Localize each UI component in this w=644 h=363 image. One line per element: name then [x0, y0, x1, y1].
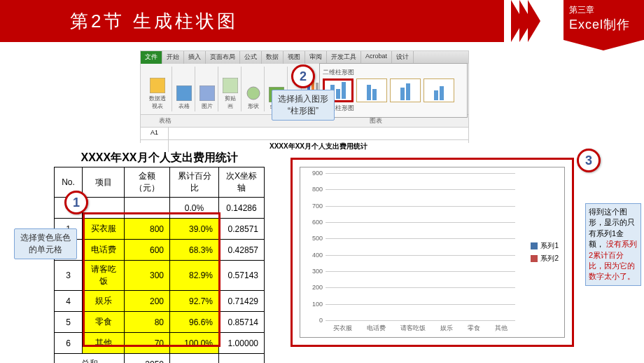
ribbon-tab[interactable]: 开始: [162, 51, 184, 64]
gallery-item[interactable]: [424, 78, 454, 102]
chart-plot-area: [326, 173, 515, 320]
table-row: 1买衣服80039.0%0.28571: [55, 219, 265, 240]
chart-x-axis: 买衣服电话费请客吃饭娱乐零食其他: [326, 324, 515, 333]
formula-bar-row: A1: [141, 127, 468, 139]
svg-rect-0: [150, 78, 165, 93]
ribbon-tab[interactable]: Acrobat: [361, 51, 392, 64]
clipart-icon[interactable]: [223, 78, 238, 93]
chapter-title: Excel制作: [569, 16, 638, 33]
pivot-icon[interactable]: [150, 78, 165, 93]
ribbon-group: 数据透视表: [144, 67, 172, 111]
chart-y-axis: 0100200300400500600700800900: [306, 173, 324, 320]
table-row: 5零食8096.6%0.85714: [55, 312, 265, 333]
slide-header: 第2节 生成柱状图: [0, 0, 504, 42]
gallery-item[interactable]: [356, 78, 387, 102]
ribbon-tab[interactable]: 数据: [262, 51, 284, 64]
callout-circle-3: 3: [577, 149, 601, 172]
ribbon-tab[interactable]: 开发工具: [327, 51, 361, 64]
ribbon-tabs: 文件 开始 插入 页面布局 公式 数据 视图 审阅 开发工具 Acrobat 设…: [141, 51, 468, 64]
chapter-number: 第三章: [569, 4, 638, 16]
chart-legend: 系列1 系列2: [531, 238, 559, 266]
svg-rect-3: [223, 78, 238, 93]
gallery-item[interactable]: [390, 78, 421, 102]
ribbon-tab[interactable]: 页面布局: [206, 51, 240, 64]
table-icon[interactable]: [176, 85, 192, 101]
shapes-icon[interactable]: [246, 85, 261, 101]
callout-text-1: 选择黄色底色的单元格: [14, 228, 77, 259]
gallery-label-3d: 三维柱形图: [323, 104, 464, 113]
callout-circle-1: 1: [64, 191, 88, 214]
data-table-area: XXXX年XX月个人支出费用统计 No. 项目 金额（元） 累计百分比 次X坐标…: [54, 151, 265, 363]
table-row: 3请客吃饭30082.9%0.57143: [55, 261, 265, 291]
name-box[interactable]: A1: [141, 128, 169, 139]
table-row: 6其他70100.0%1.00000: [55, 333, 265, 354]
generated-chart: 0100200300400500600700800900 买衣服电话费请客吃饭娱…: [290, 158, 574, 347]
table-total-row: 总和2050: [55, 354, 265, 364]
svg-point-4: [247, 87, 260, 100]
ribbon-tab[interactable]: 视图: [284, 51, 305, 64]
callout-text-2: 选择插入图形“柱形图”: [272, 90, 335, 121]
header-chevrons: [511, 0, 536, 45]
chart-gallery-dropdown: 二维柱形图 三维柱形图: [319, 63, 468, 118]
table-title: XXXX年XX月个人支出费用统计: [54, 151, 265, 165]
picture-icon[interactable]: [200, 85, 215, 101]
ribbon-group: 图片: [197, 67, 218, 111]
callout-circle-2: 2: [291, 64, 315, 88]
gallery-label-2d: 二维柱形图: [323, 68, 464, 77]
ribbon-tab[interactable]: 插入: [184, 51, 206, 64]
table-row: 2电话费60068.3%0.42857: [55, 240, 265, 261]
ribbon-group: 剪贴画: [220, 67, 241, 111]
ribbon-tab[interactable]: 文件: [141, 51, 162, 64]
svg-rect-2: [200, 85, 215, 101]
ribbon-tab[interactable]: 公式: [240, 51, 262, 64]
slide-title: 第2节 生成柱状图: [70, 9, 238, 34]
ribbon-tab[interactable]: 设计: [392, 51, 414, 64]
chapter-banner: 第三章 Excel制作: [564, 0, 644, 40]
svg-rect-1: [176, 85, 192, 101]
ribbon-group: 表格: [174, 67, 195, 111]
ribbon-group: 形状: [243, 67, 265, 111]
table-row: 4娱乐20092.7%0.71429: [55, 291, 265, 312]
callout-text-3: 得到这个图形，显示的只有系列1金额， 没有系列2累计百分比，因为它的数字太小了。: [585, 203, 641, 286]
table-header-row: No. 项目 金额（元） 累计百分比 次X坐标轴: [55, 167, 265, 198]
ribbon-tab[interactable]: 审阅: [305, 51, 327, 64]
